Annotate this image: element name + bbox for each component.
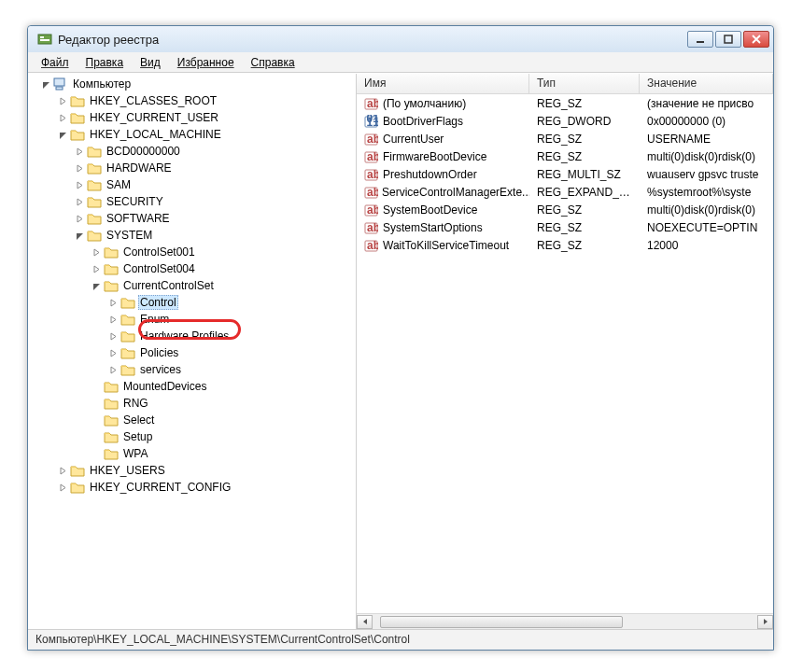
tree-label: RNG (121, 397, 150, 410)
string-value-icon (364, 186, 378, 199)
value-data: NOEXECUTE=OPTIN (640, 221, 773, 234)
tree-node-hkcr[interactable]: HKEY_CLASSES_ROOT (28, 92, 356, 109)
scroll-left-button[interactable] (357, 615, 373, 629)
tree-node-hklm[interactable]: HKEY_LOCAL_MACHINE (28, 126, 356, 143)
tree-node-security[interactable]: SECURITY (28, 193, 356, 210)
expander-closed-icon[interactable] (58, 113, 68, 123)
tree-node-mounted[interactable]: MountedDevices (28, 378, 356, 395)
tree-node-select[interactable]: Select (28, 412, 356, 428)
tree-node-control[interactable]: Control (28, 294, 356, 311)
value-row[interactable]: CurrentUserREG_SZUSERNAME (357, 130, 773, 147)
expander-closed-icon[interactable] (108, 348, 119, 358)
folder-icon (104, 279, 119, 292)
scroll-right-button[interactable] (757, 615, 773, 629)
expander-open-icon[interactable] (58, 130, 68, 140)
tree-node-root[interactable]: Компьютер (28, 76, 356, 92)
tree-label: HKEY_CURRENT_CONFIG (88, 481, 232, 494)
value-data: 0x00000000 (0) (640, 115, 773, 128)
close-button[interactable] (743, 31, 769, 48)
tree-node-hwprof[interactable]: Hardware Profiles (28, 328, 356, 344)
value-row[interactable]: PreshutdownOrderREG_MULTI_SZwuauserv gps… (357, 165, 773, 183)
value-type: REG_SZ (529, 97, 640, 110)
col-type[interactable]: Тип (529, 74, 640, 93)
menu-edit[interactable]: Правка (78, 54, 132, 71)
folder-icon (70, 94, 85, 107)
tree-node-hardware[interactable]: HARDWARE (28, 160, 356, 176)
tree-label: CurrentControlSet (121, 279, 216, 292)
expander-closed-icon[interactable] (108, 315, 119, 325)
tree-node-software[interactable]: SOFTWARE (28, 210, 356, 227)
folder-icon (70, 128, 85, 141)
maximize-button[interactable] (715, 31, 741, 48)
titlebar[interactable]: Редактор реестра (28, 26, 773, 52)
tree-label: SAM (105, 178, 133, 191)
value-row[interactable]: (По умолчанию)REG_SZ(значение не присво (357, 94, 773, 112)
tree-label: WPA (121, 447, 149, 460)
string-value-icon (364, 150, 379, 163)
tree-node-bcd[interactable]: BCD00000000 (28, 143, 356, 160)
tree-node-cs4[interactable]: ControlSet004 (28, 260, 356, 277)
expander-closed-icon[interactable] (75, 180, 85, 190)
value-row[interactable]: ServiceControlManagerExte...REG_EXPAND_S… (357, 183, 773, 201)
expander-closed-icon[interactable] (58, 96, 68, 106)
scroll-thumb[interactable] (380, 616, 623, 628)
col-value[interactable]: Значение (640, 74, 773, 93)
tree-node-policies[interactable]: Policies (28, 344, 356, 361)
value-row[interactable]: BootDriverFlagsREG_DWORD0x00000000 (0) (357, 112, 773, 130)
expander-closed-icon[interactable] (75, 214, 85, 224)
tree-node-services[interactable]: services (28, 361, 356, 378)
value-name: SystemStartOptions (383, 221, 483, 234)
tree-node-enum[interactable]: Enum (28, 311, 356, 328)
list-header[interactable]: Имя Тип Значение (357, 74, 773, 94)
minimize-button[interactable] (687, 31, 713, 48)
expander-open-icon[interactable] (41, 79, 51, 90)
tree-node-hku[interactable]: HKEY_USERS (28, 462, 356, 479)
string-value-icon (364, 97, 379, 110)
folder-icon (120, 329, 135, 343)
expander-closed-icon[interactable] (58, 466, 68, 476)
menu-view[interactable]: Вид (133, 54, 168, 71)
value-row[interactable]: WaitToKillServiceTimeoutREG_SZ12000 (357, 236, 773, 254)
expander-closed-icon[interactable] (92, 264, 102, 274)
expander-closed-icon[interactable] (75, 197, 85, 207)
tree-node-hkcu[interactable]: HKEY_CURRENT_USER (28, 109, 356, 126)
folder-icon (120, 346, 135, 359)
tree-pane[interactable]: КомпьютерHKEY_CLASSES_ROOTHKEY_CURRENT_U… (28, 74, 357, 629)
menu-file[interactable]: Файл (34, 54, 77, 71)
value-row[interactable]: SystemStartOptionsREG_SZ NOEXECUTE=OPTIN (357, 218, 773, 236)
expander-closed-icon[interactable] (75, 147, 85, 157)
menu-favorites[interactable]: Избранное (170, 54, 242, 71)
expander-closed-icon[interactable] (92, 247, 102, 258)
tree-node-sam[interactable]: SAM (28, 176, 356, 193)
expander-closed-icon[interactable] (108, 298, 119, 308)
list-body[interactable]: (По умолчанию)REG_SZ(значение не присвоB… (357, 94, 773, 613)
value-name: CurrentUser (383, 133, 444, 146)
value-type: REG_SZ (529, 133, 640, 146)
tree-node-system[interactable]: SYSTEM (28, 227, 356, 244)
value-row[interactable]: SystemBootDeviceREG_SZmulti(0)disk(0)rdi… (357, 201, 773, 218)
tree-node-setup[interactable]: Setup (28, 428, 356, 445)
folder-icon (104, 447, 119, 460)
tree-label: ControlSet004 (121, 262, 197, 275)
expander-closed-icon[interactable] (108, 365, 119, 375)
tree-node-cs1[interactable]: ControlSet001 (28, 244, 356, 260)
expander-open-icon[interactable] (75, 231, 85, 241)
tree-label: ControlSet001 (121, 245, 197, 259)
folder-icon (87, 145, 102, 158)
tree-node-wpa[interactable]: WPA (28, 445, 356, 462)
tree-node-hkcc[interactable]: HKEY_CURRENT_CONFIG (28, 479, 356, 496)
expander-closed-icon[interactable] (108, 331, 119, 342)
folder-icon (104, 413, 119, 427)
scroll-track[interactable] (373, 615, 757, 629)
value-row[interactable]: FirmwareBootDeviceREG_SZmulti(0)disk(0)r… (357, 147, 773, 165)
expander-closed-icon[interactable] (75, 163, 85, 174)
string-value-icon (364, 221, 379, 234)
string-value-icon (364, 133, 379, 146)
expander-closed-icon[interactable] (58, 483, 68, 493)
h-scrollbar[interactable] (357, 613, 773, 629)
tree-node-ccs[interactable]: CurrentControlSet (28, 277, 356, 294)
expander-open-icon[interactable] (92, 281, 102, 291)
menu-help[interactable]: Справка (244, 54, 303, 71)
tree-node-rng[interactable]: RNG (28, 395, 356, 412)
col-name[interactable]: Имя (357, 74, 529, 93)
